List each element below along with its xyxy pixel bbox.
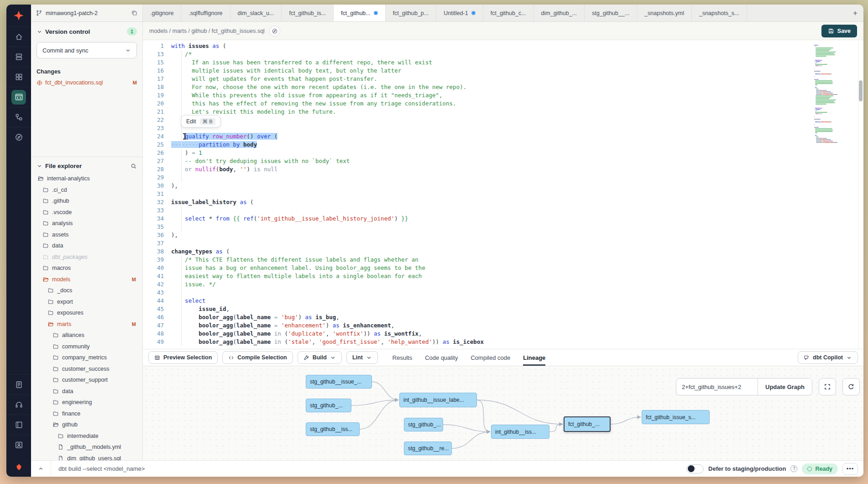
tree-folder-github[interactable]: github [37, 419, 137, 431]
lineage-node[interactable]: stg_github__re... [404, 442, 452, 455]
lineage-node[interactable]: stg_github__iss... [306, 422, 360, 436]
lineage-node[interactable]: int_github__issue_labe... [399, 393, 477, 407]
copilot-chip-icon[interactable] [269, 26, 280, 37]
lineage-node[interactable]: stg_github_... [404, 418, 443, 431]
tree-folder-customer_support[interactable]: customer_support [37, 374, 137, 386]
branch-selector[interactable]: mirnawong1-patch-2 [31, 5, 143, 21]
tree-item-label: export [57, 299, 137, 305]
changed-file-name: fct_dbt_invocations.sql [45, 79, 130, 86]
tree-folder-.github[interactable]: .github [37, 195, 137, 207]
rail-notebook-icon[interactable] [6, 374, 31, 395]
code-editor[interactable]: 1with issues as (13 /*15 If an issue has… [143, 40, 863, 349]
minimap[interactable] [813, 44, 856, 150]
editor-tab[interactable]: fct_github_p... [386, 5, 437, 21]
more-options-button[interactable]: ••• [842, 463, 858, 475]
tree-folder-internal-analytics[interactable]: internal-analytics [37, 173, 137, 184]
tree-folder-analysis[interactable]: analysis [37, 218, 137, 229]
editor-tab[interactable]: _snapshots_s... [692, 5, 747, 21]
lineage-selector-input[interactable] [676, 379, 758, 395]
changed-file-row[interactable]: fct_dbt_invocations.sql M [37, 79, 137, 86]
copy-icon[interactable] [131, 10, 138, 16]
tree-file-_github__models.yml[interactable]: _github__models.yml [37, 442, 137, 453]
tree-folder-data[interactable]: data [37, 240, 137, 252]
tree-folder-community[interactable]: community [37, 341, 137, 352]
tree-folder-exposures[interactable]: exposures [37, 307, 137, 319]
edit-codelens-button[interactable]: Edit ⌘ B [181, 115, 220, 127]
editor-tab[interactable]: Untitled-1 [436, 5, 483, 21]
line-number: 1 [143, 42, 164, 50]
line-number: 30 [143, 182, 164, 190]
editor-tab[interactable]: fct_github... [334, 5, 386, 21]
tree-folder-intermediate[interactable]: intermediate [37, 431, 137, 442]
rail-discover-icon[interactable] [6, 127, 31, 147]
tree-folder-export[interactable]: export [37, 296, 137, 308]
editor-tab[interactable]: .gitignore [143, 5, 181, 21]
code-line: 1with issues as ( [143, 42, 863, 50]
chevron-down-icon[interactable] [37, 29, 42, 35]
tree-folder-.vscode[interactable]: .vscode [37, 207, 137, 218]
build-button[interactable]: Build [298, 351, 342, 364]
lineage-node[interactable]: fct_github_issue_s... [642, 410, 710, 424]
tree-folder-macros[interactable]: macros [37, 263, 137, 274]
save-button[interactable]: Save [821, 25, 857, 37]
git-branch-icon [36, 10, 42, 16]
tree-folder-dbt_packages[interactable]: dbt_packages [37, 252, 137, 263]
lineage-node[interactable]: stg_github__issue_... [306, 375, 372, 389]
editor-tab[interactable]: _snapshots.yml [637, 5, 692, 21]
tree-folder-company_metrics[interactable]: company_metrics [37, 352, 137, 363]
rail-home-icon[interactable] [6, 26, 31, 47]
code-line: 43 [143, 289, 863, 297]
tree-folder-.ci_cd[interactable]: .ci_cd [37, 184, 137, 196]
lineage-node[interactable]: stg_github_... [306, 399, 351, 412]
compile-selection-button[interactable]: Compile Selection [222, 351, 293, 364]
preview-selection-button[interactable]: Preview Selection [148, 351, 218, 364]
update-graph-button[interactable]: Update Graph [758, 379, 812, 395]
defer-toggle[interactable] [686, 464, 704, 473]
command-input[interactable] [51, 461, 686, 477]
lineage-node[interactable]: int_github__iss... [491, 425, 549, 439]
tree-folder-engineering[interactable]: engineering [37, 397, 137, 408]
editor-tab[interactable]: .sqlfluffignore [181, 5, 230, 21]
chevron-down-icon[interactable] [37, 163, 42, 169]
rail-ide-icon[interactable] [6, 87, 31, 107]
rail-projects-icon[interactable] [6, 47, 31, 67]
line-number: 37 [143, 239, 164, 247]
expand-command-bar-button[interactable] [31, 461, 51, 477]
rail-support-icon[interactable] [6, 395, 31, 415]
fullscreen-button[interactable] [819, 378, 836, 395]
rail-account-icon[interactable] [6, 435, 31, 455]
panel-tab-results[interactable]: Results [392, 349, 412, 366]
tree-folder-alliances[interactable]: alliances [37, 330, 137, 341]
tree-file-dim_github_users.sql[interactable]: dim_github_users.sql [37, 453, 137, 461]
tree-folder-customer_success[interactable]: customer_success [37, 363, 137, 375]
editor-tab[interactable]: stg_github__... [585, 5, 637, 21]
editor-tab[interactable]: dim_slack_u... [230, 5, 282, 21]
editor-tab[interactable]: fct_github_is... [282, 5, 334, 21]
editor-tab[interactable]: dim_github_... [534, 5, 585, 21]
rail-library-icon[interactable] [6, 415, 31, 435]
panel-tab-compiled-code[interactable]: Compiled code [471, 349, 510, 366]
code-area[interactable]: 1with issues as (13 /*15 If an issue has… [143, 40, 863, 349]
commit-and-sync-button[interactable]: Commit and sync [37, 42, 137, 58]
tree-folder-marts[interactable]: martsM [37, 319, 137, 330]
editor-tab[interactable]: fct_github_c... [483, 5, 534, 21]
new-tab-button[interactable]: + [847, 5, 863, 21]
lineage-node[interactable]: fct_github_... [564, 416, 611, 432]
editor-scrollbar[interactable] [858, 40, 863, 349]
rail-orchestration-icon[interactable] [6, 107, 31, 127]
refresh-icon [847, 383, 855, 390]
refresh-button[interactable] [842, 378, 860, 395]
tree-folder-finance[interactable]: finance [37, 408, 137, 420]
rail-apps-icon[interactable] [6, 67, 31, 87]
scrollbar-thumb[interactable] [859, 80, 863, 101]
panel-tab-code-quality[interactable]: Code quality [425, 349, 458, 366]
tree-folder-models[interactable]: modelsM [37, 274, 137, 285]
search-icon[interactable] [131, 163, 137, 169]
help-icon[interactable]: ? [790, 465, 797, 472]
tree-folder-assets[interactable]: assets [37, 229, 137, 241]
tree-folder-data[interactable]: data [37, 386, 137, 397]
panel-tab-lineage[interactable]: Lineage [523, 349, 545, 366]
dbt-copilot-button[interactable]: dbt Copilot [798, 351, 858, 364]
lint-button[interactable]: Lint [346, 351, 378, 364]
tree-folder-_docs[interactable]: _docs [37, 285, 137, 296]
